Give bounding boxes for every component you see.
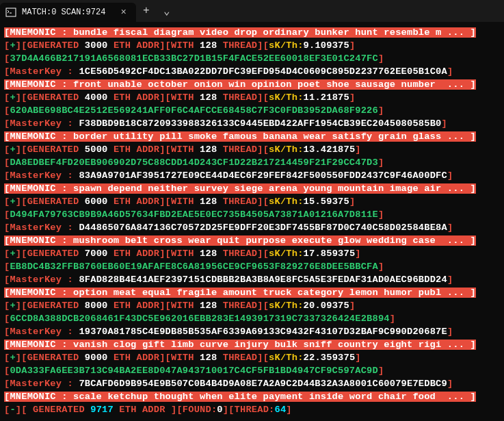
- generated-line: [+][GENERATED 8000 ETH ADDR][WITH 128 TH…: [4, 299, 500, 312]
- mnemonic-line: [MNEMONIC : spawn depend neither survey …: [4, 182, 500, 195]
- mnemonic-line: [MNEMONIC : option meat equal fragile am…: [4, 286, 500, 299]
- mnemonic-line: [MNEMONIC : border utility pill smoke fa…: [4, 130, 500, 143]
- masterkey-line: [MasterKey : F38DBD9B18C8720933988326133…: [4, 117, 500, 130]
- derived-line: [DA8EDBEF4FD20EB906902D75C88CDD14D243CF1…: [4, 156, 500, 169]
- masterkey-line: [MasterKey : 19370A81785C4E9DB85B535AF63…: [4, 325, 500, 338]
- generated-line: [+][GENERATED 7000 ETH ADDR][WITH 128 TH…: [4, 247, 500, 260]
- generated-line: [+][GENERATED 9000 ETH ADDR][WITH 128 TH…: [4, 351, 500, 364]
- masterkey-line: [MasterKey : D44865076A847136C70572D25FE…: [4, 221, 500, 234]
- masterkey-line: [MasterKey : 1CE56D5492CF4DC13BA022DD7DF…: [4, 65, 500, 78]
- mnemonic-line: [MNEMONIC : bundle fiscal diagram video …: [4, 26, 500, 39]
- tab-dropdown-button[interactable]: ⌄: [157, 0, 177, 22]
- mnemonic-line: [MNEMONIC : vanish clog gift limb curve …: [4, 338, 500, 351]
- masterkey-line: [MasterKey : 83A9A9701AF3951727E09CE44D4…: [4, 169, 500, 182]
- tab-active[interactable]: MATCH:0 SCAN:9724 ×: [0, 3, 136, 22]
- generated-line: [+][GENERATED 4000 ETH ADDR][WITH 128 TH…: [4, 91, 500, 104]
- derived-line: [620ABE698BC4E2512E569241AFF0F6C4AFCCE68…: [4, 104, 500, 117]
- terminal-output: [MNEMONIC : bundle fiscal diagram video …: [0, 22, 504, 420]
- masterkey-line: [MasterKey : 7BCAFD6D9B954E9B507C0B4B4D9…: [4, 377, 500, 390]
- derived-line: [37D4A466B217191A6568081ECB33BC27D1B15F4…: [4, 52, 500, 65]
- derived-line: [6CCD8A388DCB2068461F43DC5E962016EBB283E…: [4, 312, 500, 325]
- mnemonic-line: [MNEMONIC : mushroom belt cross wear qui…: [4, 234, 500, 247]
- masterkey-line: [MasterKey : 8FAD828B4E41AEF2397151CDBBB…: [4, 273, 500, 286]
- tab-close-button[interactable]: ×: [118, 7, 129, 18]
- generated-line: [+][GENERATED 3000 ETH ADDR][WITH 128 TH…: [4, 39, 500, 52]
- new-tab-button[interactable]: +: [136, 0, 157, 22]
- mnemonic-line: [MNEMONIC : front unable october onion w…: [4, 78, 500, 91]
- tab-title: MATCH:0 SCAN:9724: [22, 8, 105, 17]
- generated-line: [+][GENERATED 6000 ETH ADDR][WITH 128 TH…: [4, 195, 500, 208]
- svg-rect-0: [6, 8, 16, 16]
- generated-line: [+][GENERATED 5000 ETH ADDR][WITH 128 TH…: [4, 143, 500, 156]
- terminal-icon: [5, 7, 16, 18]
- derived-line: [0DA333FA6EE3B713C94BA2EE8D047A943710017…: [4, 364, 500, 377]
- derived-line: [EB8DC4B32FFB8760EB60E19AFAFE8C6A81956CE…: [4, 260, 500, 273]
- titlebar: MATCH:0 SCAN:9724 × + ⌄: [0, 0, 504, 22]
- summary-line: [-][ GENERATED 9717 ETH ADDR ][FOUND:0][…: [4, 403, 500, 416]
- mnemonic-line: [MNEMONIC : scale ketchup thought when e…: [4, 390, 500, 403]
- derived-line: [D494FA79763CB9B9A46D57634FBD2EAE5E0EC73…: [4, 208, 500, 221]
